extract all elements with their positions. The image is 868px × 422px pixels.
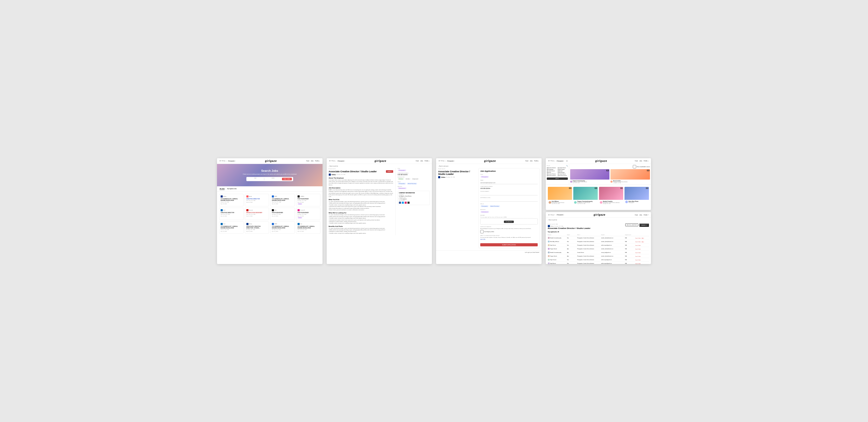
filter-item[interactable]: Director — [547, 172, 557, 173]
nav-feed[interactable]: Feed — [525, 160, 528, 162]
clear-search-icon[interactable]: × — [566, 160, 567, 162]
creator-thumbnail[interactable]: 9/12 — [611, 169, 650, 180]
creator-card[interactable]: 1/11 Elsie-May Pham Photographer — [624, 187, 649, 205]
find-jobs-button[interactable]: FIND JOBS — [282, 178, 292, 180]
where-input[interactable]: Los Angeles — [265, 179, 281, 180]
back-link[interactable]: ‹ Back to job list — [327, 164, 432, 168]
nav-profile[interactable]: Profile ▾ — [425, 160, 429, 162]
job-card[interactable]: Airbnb CREATIVE DIRECTOR New York, NY, U… — [245, 194, 269, 206]
row-email: schaefer_albert@hotmail.com — [601, 237, 624, 238]
facebook-icon[interactable] — [399, 202, 401, 204]
search-tag[interactable]: Photographer — [337, 160, 345, 162]
filter-item[interactable]: Animator — [558, 170, 568, 171]
creator-card[interactable]: 1/11 Natalia Franklin Photographer, Crea… — [599, 187, 623, 205]
filter-dropdown[interactable]: BY TITLE ▾ — [548, 214, 555, 216]
job-card[interactable]: Nike PHOTOGRAPHER Brooklyn, NY, USA Nov … — [270, 207, 295, 220]
nav-jobs[interactable]: Jobs — [311, 160, 314, 162]
job-card[interactable]: Intel 3 D GENERALIST / UNREAL ENGINE DEV… — [296, 221, 320, 234]
nav-profile[interactable]: Profile ▾ — [644, 214, 648, 216]
upload-button[interactable]: UPLOAD FILE — [504, 221, 514, 223]
website-icon[interactable] — [407, 202, 410, 204]
job-card[interactable]: Adidas 3 D GENERALIST / UNREAL ENGINE DE… — [219, 194, 244, 206]
search-tag[interactable]: Photographer — [446, 160, 455, 162]
filter-item[interactable]: Creative Director — [547, 170, 557, 171]
row-profile[interactable]: View Profile — [635, 263, 649, 264]
job-card[interactable]: CHANEL PHOTOGRAPHER Brooklyn, NY, USA No… — [296, 194, 320, 206]
creator-card[interactable]: 1/11 Aria Wilson Photographer, Creative … — [548, 187, 572, 205]
filter-dropdown[interactable]: BY TITLE ▾ — [329, 160, 336, 162]
what-input[interactable]: Photographer — [248, 179, 263, 180]
nav-feed[interactable]: Feed — [416, 160, 418, 162]
job-card[interactable]: Adidas ASSOCIATE CREATIVE DIRECTOR / STU… — [245, 221, 269, 234]
upload-area[interactable]: UPLOAD FILE — [480, 218, 538, 225]
job-card[interactable]: Monocle PRODUCTION DESIGNER New York, NY… — [245, 207, 269, 220]
filter-dropdown[interactable]: BY TITLE ▾ — [220, 160, 226, 162]
filter-item[interactable]: Photographer — [547, 169, 557, 170]
nav-feed[interactable]: Feed — [635, 214, 638, 216]
filter-dropdown[interactable]: BY TITLE ▾ — [548, 160, 555, 162]
tab-applied-jobs[interactable]: My Applied Jobs — [227, 188, 237, 190]
row-exp: N/A — [625, 255, 634, 257]
nav-jobs[interactable]: Jobs — [420, 160, 423, 162]
nav-feed[interactable]: Feed — [635, 160, 638, 162]
submit-application-button[interactable]: SUBMIT APPLICATION — [480, 243, 538, 246]
row-profile[interactable]: View Profile — [635, 248, 649, 250]
tab-all-jobs[interactable]: All Jobs — [220, 188, 224, 190]
back-link[interactable]: ‹ Back to job post — [436, 164, 541, 168]
search-tag[interactable]: Photographer — [227, 160, 236, 162]
row-profile[interactable]: View Profile — [635, 252, 649, 253]
row-avatar — [548, 244, 550, 246]
email-section: EMAIL * — [480, 180, 538, 184]
row-profile[interactable]: View Profile — [635, 245, 649, 246]
filter-item[interactable]: Executive Producer — [558, 175, 568, 176]
nav-profile[interactable]: Profile ▾ — [534, 160, 539, 162]
available-toggle[interactable] — [633, 165, 636, 168]
job-card[interactable]: Intel CREATIVE DIRECTOR New York, NY, US… — [219, 207, 244, 220]
email-input[interactable] — [480, 182, 538, 184]
creator-thumbnail[interactable]: 1/11 — [570, 169, 610, 180]
filter-item[interactable]: Creative Director — [558, 173, 568, 174]
row-date: Nov — [567, 259, 576, 260]
nav-jobs[interactable]: Jobs — [530, 160, 533, 162]
row-name: Elsie-May Jefferson — [550, 241, 559, 242]
job-card[interactable]: Intel 3 D GENERALIST / UNREAL ENGINE DEV… — [219, 221, 244, 234]
nav-profile[interactable]: Profile ▾ — [315, 160, 320, 162]
manage-button[interactable]: MANAGE ▾ — [639, 224, 649, 227]
back-link[interactable]: ‹ Back to job list — [546, 218, 651, 222]
exp-input[interactable] — [480, 199, 538, 202]
table-row: Haph Burnet Nov Photographer, Creative D… — [548, 262, 649, 264]
social-links — [399, 202, 429, 204]
filter-item[interactable]: Executive Producer — [547, 175, 557, 176]
nav-feed[interactable]: Feed — [306, 160, 309, 162]
phone-input[interactable] — [480, 193, 538, 195]
filter-item[interactable]: Web Designer — [558, 169, 568, 170]
add-url-button[interactable]: Add URL — [480, 238, 538, 240]
filter-dropdown[interactable]: BY TITLE ▾ — [439, 160, 445, 162]
additional-section: WANT TO SUBMIT ADDITIONAL WORK? You can … — [480, 235, 538, 240]
nav-jobs[interactable]: Jobs — [639, 214, 642, 216]
row-profile[interactable]: View Profile — [635, 259, 649, 261]
row-profile[interactable]: View Profile New — [635, 241, 649, 242]
filter-item[interactable]: Executive Producer — [547, 173, 557, 174]
twitter-icon[interactable] — [402, 202, 404, 204]
row-profile[interactable]: View Profile New — [635, 237, 649, 239]
see-full-post-button[interactable]: SEE FULL JOB POST — [625, 224, 638, 226]
apply-button[interactable]: APPLY — [386, 170, 393, 173]
job-card[interactable]: Forever21 PHOTOGRAPHER Brooklyn, NY, USA… — [296, 207, 320, 220]
search-icon[interactable]: 🔍 — [566, 165, 568, 167]
nav-profile[interactable]: Profile ▾ — [644, 160, 648, 162]
col-header-email: Email ▾ — [601, 234, 624, 235]
instagram-icon[interactable] — [405, 202, 407, 204]
use-portfolio-checkbox[interactable] — [480, 230, 484, 233]
search-tag[interactable]: Photographer — [556, 160, 564, 162]
search-tag[interactable]: Photographer — [556, 214, 564, 216]
apply-filters-button[interactable]: APPLY — [547, 177, 568, 180]
filter-item[interactable]: Executive Producer — [547, 167, 557, 168]
job-card[interactable]: BMW 3 D GENERALIST / UNREAL ENGINE DEVEL… — [270, 194, 295, 206]
row-profile[interactable]: View Profile — [635, 255, 649, 257]
filter-item[interactable]: Creative Director — [558, 167, 568, 168]
creator-card[interactable]: 1/11 Teagan Constantinopoky Photographer… — [573, 187, 598, 205]
job-card[interactable]: BMW 3 D GENERALIST / UNREAL ENGINE DEVEL… — [270, 221, 295, 234]
filter-item[interactable]: Kids Designer — [558, 172, 568, 173]
nav-jobs[interactable]: Jobs — [639, 160, 642, 162]
